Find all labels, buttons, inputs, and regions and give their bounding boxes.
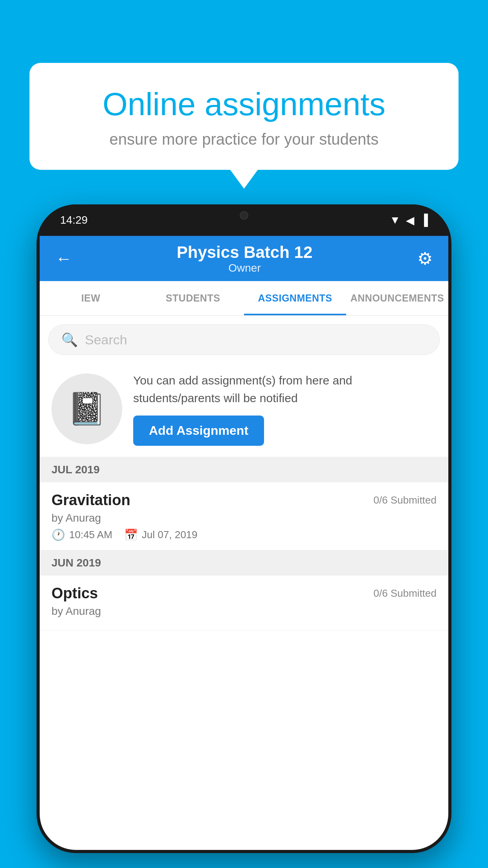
assignment-item-optics[interactable]: Optics 0/6 Submitted by Anurag bbox=[40, 576, 448, 631]
bubble-subtitle: ensure more practice for your students bbox=[57, 131, 431, 148]
calendar-icon: 📅 bbox=[124, 528, 138, 541]
assignment-author-optics: by Anurag bbox=[51, 605, 437, 618]
section-header-jul: JUL 2019 bbox=[40, 457, 448, 482]
batch-title: Physics Batch 12 bbox=[177, 243, 313, 262]
promo-content: You can add assignment(s) from here and … bbox=[133, 371, 437, 446]
assignment-submitted-optics: 0/6 Submitted bbox=[374, 587, 437, 600]
status-icons: ▼ ◀ ▐ bbox=[389, 214, 428, 227]
app-header: ← Physics Batch 12 Owner ⚙ bbox=[40, 236, 448, 281]
assignment-time: 🕐 10:45 AM bbox=[51, 528, 112, 541]
signal-icon: ◀ bbox=[406, 214, 415, 227]
header-center: Physics Batch 12 Owner bbox=[177, 243, 313, 274]
search-bar[interactable]: 🔍 Search bbox=[48, 324, 440, 355]
promo-text: You can add assignment(s) from here and … bbox=[133, 371, 437, 407]
assignment-meta: 🕐 10:45 AM 📅 Jul 07, 2019 bbox=[51, 528, 437, 541]
search-icon: 🔍 bbox=[61, 332, 78, 348]
settings-button[interactable]: ⚙ bbox=[417, 248, 433, 268]
phone-screen: ← Physics Batch 12 Owner ⚙ IEW STUDENTS … bbox=[40, 236, 448, 850]
assignment-author: by Anurag bbox=[51, 512, 437, 524]
assignment-submitted: 0/6 Submitted bbox=[374, 494, 437, 506]
clock-icon: 🕐 bbox=[51, 528, 65, 541]
wifi-icon: ▼ bbox=[389, 214, 400, 226]
battery-icon: ▐ bbox=[420, 214, 428, 226]
bubble-title: Online assignments bbox=[57, 86, 431, 122]
status-time: 14:29 bbox=[60, 214, 88, 226]
assignment-date: 📅 Jul 07, 2019 bbox=[124, 528, 198, 541]
assignment-row-top: Gravitation 0/6 Submitted bbox=[51, 492, 437, 509]
content-area: 🔍 Search 📓 You can add assignment(s) fro… bbox=[40, 316, 448, 631]
assignment-row-top-2: Optics 0/6 Submitted bbox=[51, 585, 437, 602]
search-placeholder: Search bbox=[85, 332, 127, 348]
add-assignment-button[interactable]: Add Assignment bbox=[133, 416, 264, 446]
phone-frame: 14:29 ▼ ◀ ▐ ← Physics Batch 12 Owner ⚙ I… bbox=[37, 204, 451, 853]
camera bbox=[240, 211, 248, 220]
tabs-bar: IEW STUDENTS ASSIGNMENTS ANNOUNCEMENTS bbox=[40, 281, 448, 316]
status-bar: 14:29 ▼ ◀ ▐ bbox=[37, 204, 451, 236]
tab-students[interactable]: STUDENTS bbox=[142, 281, 244, 315]
promo-section: 📓 You can add assignment(s) from here an… bbox=[40, 362, 448, 457]
promo-icon-circle: 📓 bbox=[51, 373, 122, 444]
notebook-icon: 📓 bbox=[67, 390, 106, 427]
notch bbox=[209, 204, 279, 226]
tab-iew[interactable]: IEW bbox=[40, 281, 142, 315]
speech-bubble-container: Online assignments ensure more practice … bbox=[29, 63, 459, 170]
back-button[interactable]: ← bbox=[55, 249, 72, 268]
assignment-name-optics: Optics bbox=[51, 585, 98, 602]
assignment-item-gravitation[interactable]: Gravitation 0/6 Submitted by Anurag 🕐 10… bbox=[40, 482, 448, 550]
tab-announcements[interactable]: ANNOUNCEMENTS bbox=[346, 281, 448, 315]
batch-role: Owner bbox=[177, 262, 313, 274]
speech-bubble: Online assignments ensure more practice … bbox=[29, 63, 459, 170]
assignment-name: Gravitation bbox=[51, 492, 130, 509]
tab-assignments[interactable]: ASSIGNMENTS bbox=[244, 281, 346, 315]
section-header-jun: JUN 2019 bbox=[40, 550, 448, 576]
